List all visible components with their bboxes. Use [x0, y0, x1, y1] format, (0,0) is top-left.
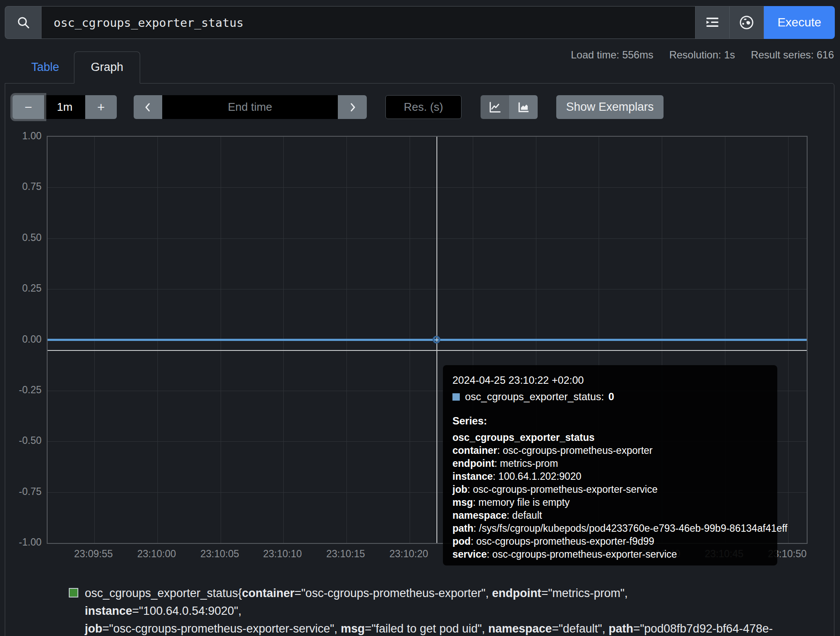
resolution: Resolution: 1s — [669, 49, 735, 61]
tooltip-label-row: service: osc-cgroups-prometheus-exporter… — [452, 548, 768, 561]
tooltip-series-heading: Series: — [452, 414, 768, 427]
chevron-left-icon — [142, 102, 154, 113]
crosshair-horizontal — [48, 350, 807, 351]
load-time: Load time: 556ms — [571, 49, 654, 61]
legend-text: osc_cgroups_exporter_status{container="o… — [85, 585, 777, 636]
execute-button[interactable]: Execute — [764, 6, 835, 39]
y-gridline — [48, 238, 807, 239]
chart-type-toggle — [481, 95, 538, 119]
tab-graph[interactable]: Graph — [74, 51, 140, 84]
tooltip-series-value: 0 — [609, 390, 614, 403]
time-back-button[interactable] — [134, 95, 162, 119]
end-time-input[interactable] — [162, 95, 338, 119]
y-axis-label: -0.25 — [5, 384, 42, 396]
tooltip-series-name: osc_cgroups_exporter_status: — [465, 390, 604, 403]
search-addon — [5, 6, 41, 39]
range-group: − + — [13, 95, 117, 119]
tooltip-label-row: job: osc-cgroups-prometheus-exporter-ser… — [452, 483, 768, 496]
result-series: Result series: 616 — [751, 49, 834, 61]
chevron-right-icon — [347, 102, 358, 113]
tooltip-label-row: instance: 100.64.1.202:9020 — [452, 470, 768, 483]
end-time-group — [134, 95, 367, 119]
prometheus-graph-page: Execute Load time: 556ms Resolution: 1s … — [0, 0, 840, 636]
y-axis-label: 0.75 — [5, 181, 42, 193]
legend-line: osc_cgroups_exporter_status{container="o… — [85, 585, 777, 620]
y-axis-label: 0.00 — [5, 334, 42, 345]
x-axis-label: 23:10:20 — [378, 548, 439, 560]
line-chart-icon — [488, 101, 501, 114]
legend-item[interactable]: osc_cgroups_exporter_status{container="o… — [69, 585, 777, 636]
tooltip-value-row: osc_cgroups_exporter_status: 0 — [452, 390, 768, 403]
stacked-chart-toggle[interactable] — [509, 95, 538, 119]
x-axis-label: 23:10:15 — [315, 548, 376, 560]
tooltip-series-swatch — [452, 393, 460, 401]
legend-line: job="osc-cgroups-prometheus-exporter-ser… — [85, 620, 777, 636]
resolution-input[interactable] — [385, 95, 462, 119]
stacked-chart-icon — [517, 101, 530, 114]
tooltip-timestamp: 2024-04-25 23:10:22 +02:00 — [452, 374, 768, 387]
hover-point-marker — [433, 336, 440, 344]
graph-controls: − + — [13, 95, 664, 119]
tooltip-label-row: container: osc-cgroups-prometheus-export… — [452, 444, 768, 457]
tabs: Table Graph — [5, 51, 140, 84]
tooltip-label-row: namespace: default — [452, 509, 768, 522]
y-axis-label: 0.50 — [5, 232, 42, 244]
globe-button[interactable] — [730, 6, 764, 39]
y-axis-label: -0.75 — [5, 486, 42, 498]
series-line — [48, 339, 807, 341]
range-increase-button[interactable]: + — [85, 95, 117, 119]
metrics-explorer-button[interactable] — [696, 6, 730, 39]
tooltip-label-row: msg: memory file is empty — [452, 496, 768, 509]
x-axis-label: 23:10:10 — [252, 548, 313, 560]
range-decrease-button[interactable]: − — [13, 95, 44, 119]
y-axis-label: 1.00 — [5, 130, 42, 142]
tab-table[interactable]: Table — [21, 61, 70, 74]
query-input[interactable] — [41, 6, 696, 39]
tooltip-metric-name: osc_cgroups_exporter_status — [452, 431, 768, 444]
range-input[interactable] — [44, 95, 85, 119]
search-icon — [16, 16, 30, 29]
x-axis-label: 23:10:05 — [189, 548, 250, 560]
query-stats: Load time: 556ms Resolution: 1s Result s… — [558, 49, 834, 61]
hover-tooltip: 2024-04-25 23:10:22 +02:00 osc_cgroups_e… — [443, 365, 777, 565]
globe-icon — [739, 15, 754, 30]
tooltip-label-row: pod: osc-cgroups-prometheus-exporter-f9d… — [452, 535, 768, 548]
metrics-explorer-icon — [706, 16, 719, 29]
time-forward-button[interactable] — [338, 95, 367, 119]
tooltip-label-row: path: /sys/fs/cgroup/kubepods/pod4233760… — [452, 522, 768, 535]
tooltip-label-row: endpoint: metrics-prom — [452, 457, 768, 470]
x-axis-label: 23:10:00 — [126, 548, 187, 560]
legend-swatch — [69, 588, 78, 597]
x-axis-label: 23:09:55 — [63, 548, 124, 560]
y-gridline — [48, 289, 807, 289]
y-axis-label: 0.25 — [5, 283, 42, 294]
graph-panel: − + — [5, 83, 834, 636]
chart: 2024-04-25 23:10:22 +02:00 osc_cgroups_e… — [5, 136, 834, 573]
y-gridline — [48, 187, 807, 188]
y-axis-label: -0.50 — [5, 435, 42, 446]
show-exemplars-button[interactable]: Show Exemplars — [556, 95, 664, 119]
y-axis-label: -1.00 — [5, 536, 42, 548]
line-chart-toggle[interactable] — [481, 95, 509, 119]
tooltip-labels: container: osc-cgroups-prometheus-export… — [452, 444, 768, 561]
query-bar: Execute — [5, 6, 835, 39]
